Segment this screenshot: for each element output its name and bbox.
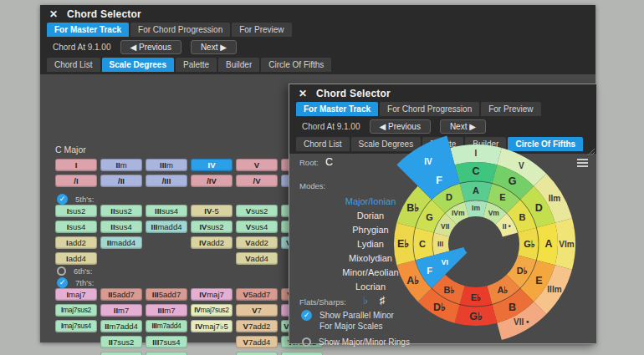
close-icon[interactable]: ✕: [49, 8, 58, 20]
circle-label-II •: II •: [503, 222, 511, 231]
tab-for-master-track[interactable]: For Master Track: [296, 102, 378, 116]
subtab-palette[interactable]: Palette: [176, 58, 217, 72]
subtab-chord-list[interactable]: Chord List: [47, 58, 100, 72]
chord-button-Isus4[interactable]: Isus4: [55, 221, 97, 233]
modes-label: Modes:: [299, 181, 325, 190]
chord-button-V7add4[interactable]: V7add4: [236, 336, 278, 348]
circle-label-B♭: B♭: [443, 285, 454, 295]
chord-at-label: Chord At 9.1.00: [53, 43, 111, 52]
chord-button-Imaj7sus2[interactable]: Imaj7sus2: [55, 304, 97, 317]
chord-button-II7sus4[interactable]: II7sus4: [100, 352, 142, 355]
chord-button-IIsus2[interactable]: IIsus2: [100, 205, 142, 217]
chord-button-IIIm[interactable]: IIIm: [146, 159, 187, 171]
front-target-tabs: For Master TrackFor Chord ProgressionFor…: [289, 102, 596, 116]
chord-button-IIIm7add4[interactable]: IIIm7add4: [146, 320, 187, 332]
chord-button-IIIsus4[interactable]: IIIsus4: [146, 205, 187, 217]
chord-button-IV-5[interactable]: IV-5: [191, 205, 233, 217]
circle-label-VI: VI: [442, 258, 449, 266]
tab-for-chord-progression[interactable]: For Chord Progression: [380, 102, 479, 116]
circle-of-fifths[interactable]: ICAImVGEVmIImDBII •VImAG♭IIImED♭VII •BA♭…: [350, 119, 601, 355]
chord-button-/V[interactable]: /V: [236, 175, 278, 187]
chord-button-/IV[interactable]: /IV: [191, 175, 233, 187]
chord-button-I[interactable]: I: [55, 159, 97, 171]
chord-button-IIsus4[interactable]: IIsus4: [100, 221, 142, 233]
chord-button-IVmaj7[interactable]: IVmaj7: [191, 288, 233, 301]
chord-button-Imaj7sus4[interactable]: Imaj7sus4: [55, 320, 97, 332]
chord-button-IVadd2[interactable]: IVadd2: [191, 236, 233, 249]
chord-button-IIm7add4[interactable]: IIm7add4: [100, 320, 142, 332]
circle-label-D: D: [446, 192, 452, 202]
chord-button-Iadd2[interactable]: Iadd2: [55, 236, 97, 249]
chord-button-II7sus2[interactable]: II7sus2: [100, 336, 142, 348]
scale-name-label: C Major: [55, 145, 86, 155]
chord-button-IImadd4[interactable]: IImadd4: [100, 236, 142, 249]
chord-button-V7[interactable]: V7: [236, 304, 278, 317]
chord-button-/II[interactable]: /II: [100, 175, 142, 187]
chord-button-IIm[interactable]: IIm: [100, 159, 142, 171]
root-value[interactable]: C: [325, 156, 333, 168]
chord-button-IIm7[interactable]: IIm7: [100, 304, 142, 317]
chord-button-IV[interactable]: IV: [191, 159, 233, 171]
chord-button-Vsus4[interactable]: Vsus4: [236, 221, 278, 233]
checkbox-unchecked-icon[interactable]: [57, 266, 66, 276]
chord-button-Vsus2[interactable]: Vsus2: [236, 205, 278, 217]
subtab-builder[interactable]: Builder: [218, 58, 259, 72]
circle-label-F: F: [427, 266, 432, 276]
section-toggle-s7[interactable]: ✓7th's:: [57, 277, 94, 288]
previous-button[interactable]: ◀ Previous: [120, 40, 181, 54]
back-target-tabs: For Master TrackFor Chord ProgressionFor…: [40, 23, 595, 37]
chord-button-IVmaj7♭5[interactable]: IVmaj7♭5: [191, 320, 233, 332]
circle-label-C: C: [472, 165, 479, 177]
tab-for-preview[interactable]: For Preview: [232, 23, 291, 37]
circle-label-A♭: A♭: [406, 275, 419, 287]
chord-button-IIImadd4[interactable]: IIImadd4: [146, 221, 187, 233]
chord-button-Iadd4[interactable]: Iadd4: [55, 252, 97, 265]
back-nav-row: Chord At 9.1.00 ◀ Previous Next ▶: [40, 37, 595, 58]
section-toggle-s5[interactable]: ✓5th's:: [57, 194, 94, 205]
chord-button-/I[interactable]: /I: [55, 175, 97, 187]
chord-button-II5add7[interactable]: II5add7: [100, 288, 142, 301]
chord-button-V5add7[interactable]: V5add7: [236, 288, 278, 301]
chord-button-IIIm7♯5[interactable]: IIIm7♯5: [146, 352, 187, 355]
circle-label-G♭: G♭: [469, 311, 483, 322]
circle-label-Vm: Vm: [488, 209, 500, 217]
chord-button-VI7sus4[interactable]: VI7sus4: [281, 352, 323, 355]
chord-button-Vadd2[interactable]: Vadd2: [236, 236, 278, 249]
chord-button-IVsus2[interactable]: IVsus2: [191, 221, 233, 233]
back-titlebar[interactable]: ✕ Chord Selector: [40, 5, 595, 23]
chord-button-V[interactable]: V: [236, 159, 278, 171]
chord-button-III7sus4[interactable]: III7sus4: [146, 336, 187, 348]
chord-button-III5add7[interactable]: III5add7: [146, 288, 187, 301]
chord-button-Imaj7[interactable]: Imaj7: [55, 288, 97, 301]
chord-button-Vadd4[interactable]: Vadd4: [236, 252, 278, 265]
checkbox-checked-icon[interactable]: ✓: [57, 194, 68, 205]
section-toggle-s6[interactable]: 6th's:: [57, 266, 92, 276]
chord-button-V7add2[interactable]: V7add2: [236, 320, 278, 332]
subtab-chord-list[interactable]: Chord List: [296, 137, 350, 151]
circle-label-A: A: [473, 185, 479, 195]
radio-checked-icon[interactable]: ✓: [301, 310, 312, 321]
back-view-tabs: Chord ListScale DegreesPaletteBuilderCir…: [40, 58, 595, 72]
circle-label-Im: Im: [472, 204, 480, 212]
radio-unchecked-icon[interactable]: [302, 337, 311, 347]
circle-label-E♭: E♭: [397, 238, 409, 250]
resize-grip[interactable]: [586, 144, 595, 152]
circle-label-D♭: D♭: [433, 302, 446, 313]
chord-button-V7sus2[interactable]: V7sus2: [236, 352, 278, 355]
circle-label-VII •: VII •: [514, 317, 529, 327]
front-titlebar[interactable]: ✕ Chord Selector: [289, 84, 596, 102]
close-icon[interactable]: ✕: [299, 88, 307, 99]
next-button[interactable]: Next ▶: [191, 40, 237, 54]
chord-button-IIIm7[interactable]: IIIm7: [146, 304, 187, 317]
circle-label-C: C: [419, 239, 426, 249]
chord-button-/III[interactable]: /III: [146, 175, 187, 187]
circle-label-IVm: IVm: [452, 209, 465, 217]
checkbox-checked-icon[interactable]: ✓: [57, 277, 68, 288]
subtab-circle-of-fifths[interactable]: Circle Of Fifths: [261, 58, 331, 72]
tab-for-master-track[interactable]: For Master Track: [47, 23, 129, 37]
chord-button-IVmaj7sus2[interactable]: IVmaj7sus2: [191, 304, 233, 317]
tab-for-preview[interactable]: For Preview: [481, 102, 540, 116]
tab-for-chord-progression[interactable]: For Chord Progression: [130, 23, 230, 37]
subtab-scale-degrees[interactable]: Scale Degrees: [102, 58, 174, 72]
chord-button-Isus2[interactable]: Isus2: [55, 205, 97, 217]
